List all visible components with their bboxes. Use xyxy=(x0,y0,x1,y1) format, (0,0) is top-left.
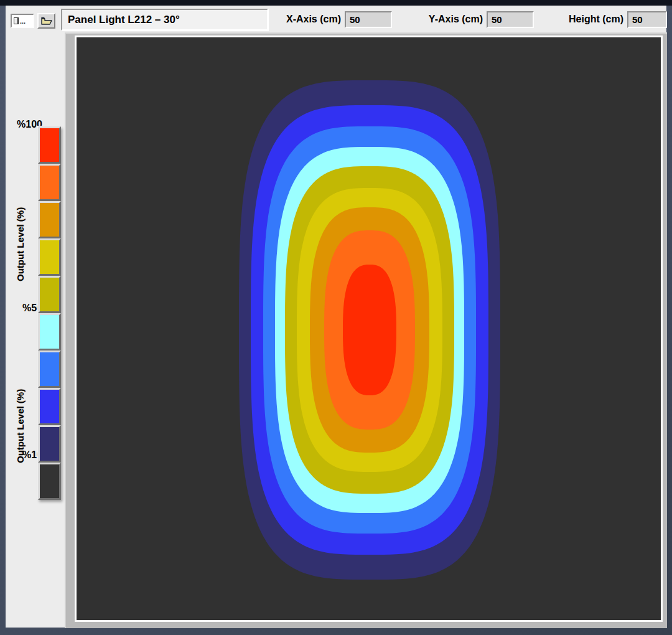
legend-axis-label-lower: Output Level (%) xyxy=(15,339,31,463)
toolbar: ... Panel Light L212 – 30° X-Axis (cm) 5… xyxy=(6,6,667,32)
legend-swatch-amber-80 xyxy=(38,201,61,238)
browse-folder-button[interactable] xyxy=(37,13,55,29)
legend-swatch-orange-90 xyxy=(38,164,61,201)
plot-panel xyxy=(65,32,667,628)
front-panel: ... Panel Light L212 – 30° X-Axis (cm) 5… xyxy=(6,6,666,628)
legend-swatch-bright-blue-40 xyxy=(38,350,61,388)
contour-ring-red xyxy=(343,265,396,395)
x-axis-label: X-Axis (cm) xyxy=(225,14,341,25)
window-top-edge xyxy=(0,0,672,6)
legend-swatch-dark-10 xyxy=(38,463,61,500)
path-icon xyxy=(14,17,19,24)
legend-color-scale xyxy=(38,126,61,500)
legend-swatch-cyan-50 xyxy=(38,313,61,350)
legend-swatch-blue-30 xyxy=(38,388,61,425)
legend-axis-label-upper: Output Level (%) xyxy=(15,157,31,281)
file-path-input[interactable]: ... xyxy=(11,14,34,28)
legend-swatch-yellow-70 xyxy=(38,238,61,276)
contour-plot xyxy=(77,37,661,620)
legend-swatch-red-100 xyxy=(38,126,61,164)
legend-sidebar: %100 %50 %10 Output Level (%) Output Lev… xyxy=(6,32,65,628)
height-input[interactable]: 50 xyxy=(627,11,667,28)
path-value: ... xyxy=(20,19,26,24)
folder-icon xyxy=(41,17,52,26)
legend-swatch-navy-20 xyxy=(38,425,61,463)
legend-swatch-olive-60 xyxy=(38,276,61,313)
y-axis-label: Y-Axis (cm) xyxy=(367,14,483,25)
height-label: Height (cm) xyxy=(508,14,623,25)
app-window: ... Panel Light L212 – 30° X-Axis (cm) 5… xyxy=(0,0,672,635)
intensity-graph-canvas xyxy=(75,35,663,622)
